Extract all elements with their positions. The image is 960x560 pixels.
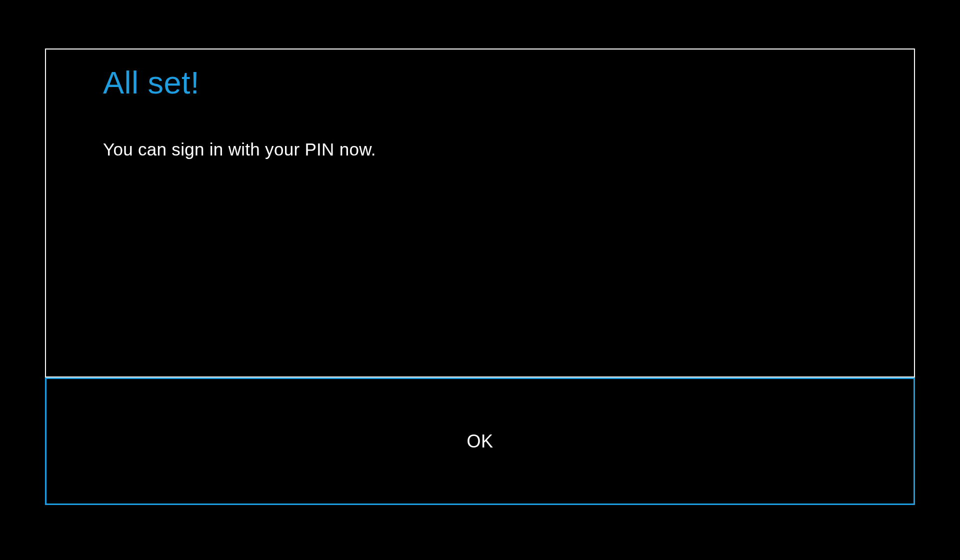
dialog-title: All set! xyxy=(46,50,914,100)
ok-button[interactable]: OK xyxy=(45,378,915,505)
dialog-panel: All set! You can sign in with your PIN n… xyxy=(45,48,915,378)
dialog-body-text: You can sign in with your PIN now. xyxy=(46,100,914,160)
ok-button-label: OK xyxy=(466,431,493,452)
